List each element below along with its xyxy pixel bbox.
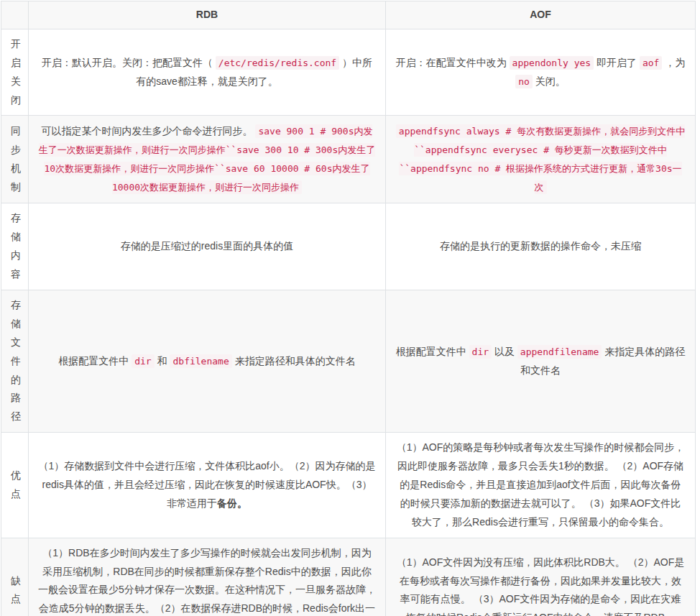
text-segment: 存储的是执行的更新数据的操作命令，未压缩: [440, 240, 641, 252]
aof-cell-storage-content: 存储的是执行的更新数据的操作命令，未压缩: [386, 203, 696, 290]
table-body: 开启关闭开启：默认开启。关闭：把配置文件（ /etc/redis/redis.c…: [1, 29, 696, 616]
inline-code: appendfsync always # 每次有数据更新操作，就会同步到文件中`…: [396, 124, 685, 194]
inline-code: no: [515, 75, 533, 88]
table-row-storage-content: 存储内容存储的是压缩过的redis里面的具体的值存储的是执行的更新数据的操作命令…: [1, 203, 696, 290]
text-segment: 开启：在配置文件中改为: [396, 57, 510, 68]
text-segment: 开启：默认开启。关闭：把配置文件（: [42, 57, 216, 68]
aof-cell-sync-mechanism: appendfsync always # 每次有数据更新操作，就会同步到文件中`…: [386, 116, 696, 203]
rdb-aof-comparison-table: RDB AOF 开启关闭开启：默认开启。关闭：把配置文件（ /etc/redis…: [1, 1, 696, 616]
text-segment: 和: [155, 355, 170, 367]
inline-code: /etc/redis/redis.conf: [216, 56, 339, 70]
header-cell-empty: [1, 1, 29, 29]
row-header-toggle: 开启关闭: [1, 29, 29, 116]
table-row-file-path: 存储文件的路径根据配置文件中 dir 和 dbfilename 来指定路径和具体…: [1, 290, 696, 433]
inline-code: dbfilename: [170, 354, 231, 368]
text-segment: （1）AOF文件因为没有压缩，因此体积比RDB大。 （2）AOF是在每秒或者每次…: [397, 556, 685, 616]
header-cell-rdb: RDB: [29, 1, 386, 29]
text-segment: （1）AOF的策略是每秒钟或者每次发生写操作的时候都会同步，因此即使服务器故障，…: [397, 441, 685, 528]
rdb-cell-pros: （1）存储数据到文件中会进行压缩，文件体积比aof小。（2）因为存储的是redi…: [29, 433, 386, 538]
rdb-cell-toggle: 开启：默认开启。关闭：把配置文件（ /etc/redis/redis.conf …: [29, 29, 386, 116]
row-header-sync-mechanism: 同步机制: [1, 116, 29, 203]
text-segment: 可以指定某个时间内发生多少个命令进行同步。: [42, 125, 256, 137]
row-header-storage-content: 存储内容: [1, 203, 29, 290]
text-segment: （1）存储数据到文件中会进行压缩，文件体积比aof小。（2）因为存储的是redi…: [38, 460, 375, 509]
text-segment: 来指定路径和具体的文件名: [232, 355, 356, 367]
text-segment: 关闭。: [533, 75, 566, 87]
text-segment: 根据配置文件中: [58, 355, 132, 367]
inline-code: appendonly yes: [510, 56, 594, 70]
table-row-sync-mechanism: 同步机制可以指定某个时间内发生多少个命令进行同步。 save 900 1 # 9…: [1, 116, 696, 203]
table-row-cons: 缺点（1）RDB在多少时间内发生了多少写操作的时候就会出发同步机制，因为采用压缩…: [1, 538, 696, 616]
row-header-pros: 优点: [1, 433, 29, 538]
header-cell-aof: AOF: [386, 1, 696, 29]
text-segment: 即开启了: [594, 57, 640, 68]
inline-code: aof: [640, 56, 662, 70]
rdb-cell-cons: （1）RDB在多少时间内发生了多少写操作的时候就会出发同步机制，因为采用压缩机制…: [29, 538, 386, 616]
text-segment: （1）RDB在多少时间内发生了多少写操作的时候就会出发同步机制，因为采用压缩机制…: [38, 547, 376, 616]
aof-cell-toggle: 开启：在配置文件中改为 appendonly yes 即开启了 aof ，为 n…: [386, 29, 696, 116]
rdb-cell-storage-content: 存储的是压缩过的redis里面的具体的值: [29, 203, 386, 290]
bold-text: 备份。: [217, 497, 247, 509]
aof-cell-cons: （1）AOF文件因为没有压缩，因此体积比RDB大。 （2）AOF是在每秒或者每次…: [386, 538, 696, 616]
text-segment: ，为: [662, 57, 685, 68]
page: RDB AOF 开启关闭开启：默认开启。关闭：把配置文件（ /etc/redis…: [0, 0, 700, 616]
rdb-cell-file-path: 根据配置文件中 dir 和 dbfilename 来指定路径和具体的文件名: [29, 290, 386, 433]
inline-code: dir: [132, 354, 154, 368]
header-row: RDB AOF: [1, 1, 696, 29]
aof-cell-file-path: 根据配置文件中 dir 以及 appendfilename 来指定具体的路径和文…: [386, 290, 696, 433]
row-header-cons: 缺点: [1, 538, 29, 616]
table-row-pros: 优点（1）存储数据到文件中会进行压缩，文件体积比aof小。（2）因为存储的是re…: [1, 433, 696, 538]
table-header: RDB AOF: [1, 1, 696, 29]
aof-cell-pros: （1）AOF的策略是每秒钟或者每次发生写操作的时候都会同步，因此即使服务器故障，…: [386, 433, 696, 538]
text-segment: 根据配置文件中: [396, 346, 469, 357]
rdb-cell-sync-mechanism: 可以指定某个时间内发生多少个命令进行同步。 save 900 1 # 900s内…: [29, 116, 386, 203]
table-row-toggle: 开启关闭开启：默认开启。关闭：把配置文件（ /etc/redis/redis.c…: [1, 29, 696, 116]
text-segment: 存储的是压缩过的redis里面的具体的值: [121, 240, 293, 252]
inline-code: dir: [469, 345, 492, 359]
text-segment: 以及: [492, 346, 517, 357]
inline-code: appendfilename: [517, 345, 602, 359]
row-header-file-path: 存储文件的路径: [1, 290, 29, 433]
